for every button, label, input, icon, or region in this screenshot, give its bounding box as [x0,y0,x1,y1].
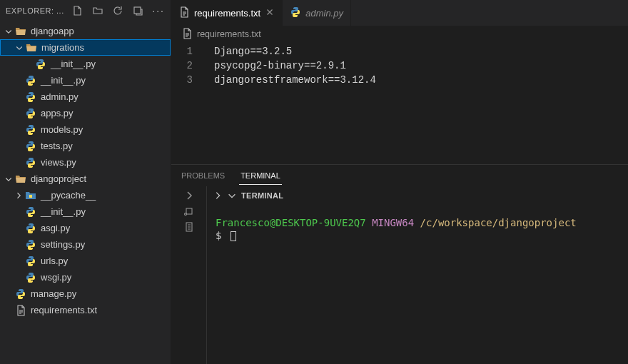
chevron-down-icon [227,191,237,201]
editor-tab[interactable]: admin.py [283,0,351,26]
file-row[interactable]: wsgi.py [0,269,171,285]
terminal-content[interactable]: Francesco@DESKTOP-9UVE2Q7 MINGW64 /c/wor… [207,205,628,364]
python-icon [24,223,37,234]
line-number: 3 [171,73,193,87]
tab-label: requirements.txt [194,8,260,19]
terminal-user: Francesco@DESKTOP-9UVE2Q7 [216,217,366,228]
editor-tab[interactable]: requirements.txt [171,0,283,26]
explorer-actions: ··· [72,5,165,16]
python-icon [24,206,37,218]
tab-label: admin.py [305,8,343,19]
chevron-icon[interactable] [14,44,25,52]
python-icon [24,108,37,119]
breadcrumb[interactable]: requirements.txt [171,26,628,43]
chevron-icon[interactable] [3,175,14,183]
breadcrumb-label: requirements.txt [197,29,261,39]
file-row[interactable]: tests.py [0,138,171,154]
tree-label: migrations [41,42,84,53]
svg-rect-0 [134,7,141,14]
tree-label: tests.py [41,141,73,151]
line-gutter: 123 [171,44,207,164]
file-row[interactable]: settings.py [0,236,171,253]
folder-pycache-icon [24,190,37,201]
file-row[interactable]: apps.py [0,105,171,121]
tree-label: settings.py [41,239,85,250]
editor-tabs: requirements.txtadmin.py [171,0,628,26]
file-row[interactable]: manage.py [0,285,171,302]
file-row[interactable]: urls.py [0,253,171,269]
folder-open-icon [25,42,38,54]
code-line: djangorestframework==3.12.4 [214,73,376,87]
tree-label: manage.py [31,288,76,299]
python-icon [24,141,37,152]
python-icon [24,239,37,251]
tree-label: views.py [41,157,76,168]
explorer-sidebar: EXPLORER: ... ··· djangoappmigrations__i… [0,0,171,364]
explorer-header: EXPLORER: ... ··· [0,0,171,21]
terminal-system: MINGW64 [372,217,414,228]
folder-open-icon [14,173,27,185]
python-icon [24,157,37,168]
python-icon [24,256,37,267]
terminal-area: TERMINAL Francesco@DESKTOP-9UVE2Q7 MINGW… [207,186,628,364]
terminal-header[interactable]: TERMINAL [207,186,628,205]
refresh-icon[interactable] [112,5,123,16]
explorer-title: EXPLORER: ... [6,6,72,15]
tree-label: __init__.py [41,75,86,86]
folder-row[interactable]: djangoapp [0,23,171,39]
file-row[interactable]: admin.py [0,89,171,105]
file-row[interactable]: requirements.txt [0,302,171,318]
main-area: requirements.txtadmin.py requirements.tx… [171,0,628,364]
new-file-icon[interactable] [72,5,83,16]
tree-label: asgi.py [41,223,70,233]
chevron-right-icon[interactable] [183,190,195,201]
file-row[interactable]: models.py [0,121,171,138]
folder-row[interactable]: migrations [0,39,171,56]
tab-terminal[interactable]: TERMINAL [239,167,282,185]
terminal-prompt: $ [216,230,221,241]
file-row[interactable]: asgi.py [0,220,171,236]
python-icon [24,124,37,136]
chevron-right-icon [213,191,223,201]
tree-label: djangoapp [31,26,74,36]
more-icon[interactable]: ··· [152,5,165,16]
folder-row[interactable]: __pycache__ [0,187,171,203]
tab-problems[interactable]: PROBLEMS [180,167,226,184]
file-tree: djangoappmigrations__init__.py__init__.p… [0,21,171,364]
python-icon [24,91,37,103]
python-icon [14,288,27,300]
line-number: 2 [171,59,193,73]
file-row[interactable]: __init__.py [0,203,171,220]
new-folder-icon[interactable] [92,5,103,16]
svg-rect-1 [186,208,192,214]
debug-breakpoint-icon[interactable] [183,206,195,217]
tree-label: requirements.txt [31,305,97,315]
folder-row[interactable]: djangoproject [0,171,171,187]
bottom-panel: PROBLEMS TERMINAL TERMINAL Francesco@DES… [171,164,628,364]
python-icon [24,272,37,283]
chevron-icon[interactable] [13,191,24,200]
chevron-icon[interactable] [3,27,14,36]
terminal-cursor [231,231,236,241]
tree-label: admin.py [41,91,78,102]
python-icon [34,59,47,70]
file-row[interactable]: views.py [0,154,171,171]
tree-label: __init__.py [51,59,96,69]
tree-label: djangoproject [31,173,86,184]
collapse-all-icon[interactable] [132,5,143,16]
editor[interactable]: 123 Django==3.2.5psycopg2-binary==2.9.1d… [171,43,628,164]
file-row[interactable]: __init__.py [0,72,171,89]
tree-label: models.py [41,124,83,135]
tree-label: __init__.py [41,206,86,217]
tree-label: __pycache__ [41,190,96,201]
code-content[interactable]: Django==3.2.5psycopg2-binary==2.9.1djang… [207,44,376,164]
code-line: psycopg2-binary==2.9.1 [214,59,376,73]
file-row[interactable]: __init__.py [0,56,171,72]
text-icon [178,6,190,20]
tree-label: apps.py [41,108,74,118]
close-icon[interactable] [265,7,275,19]
breadcrumb-file-icon [181,28,193,41]
terminal-label: TERMINAL [241,191,283,200]
clipboard-icon[interactable] [183,221,195,233]
text-icon [14,305,27,316]
